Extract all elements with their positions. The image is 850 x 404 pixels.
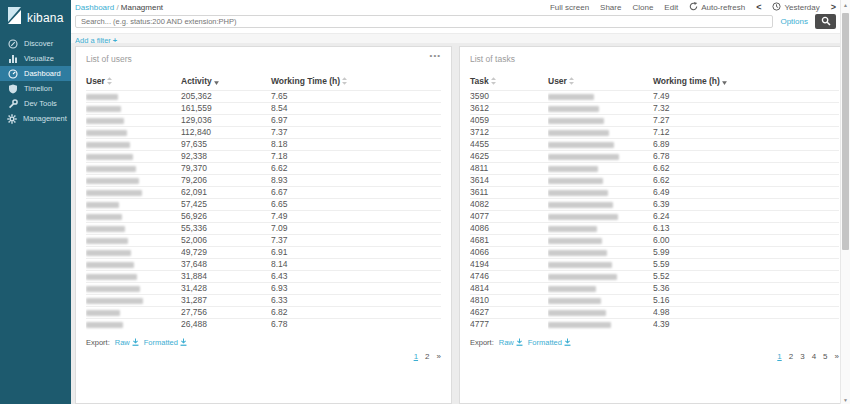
scroll-up-icon[interactable]: ▲ <box>841 0 850 9</box>
redacted-user-cell <box>548 162 653 174</box>
task-cell: 4811 <box>470 162 548 174</box>
time-next-button[interactable]: > <box>831 2 836 12</box>
task-cell: 3712 <box>470 126 548 138</box>
working_time-cell: 5.16 <box>653 294 839 306</box>
working_time-cell: 6.62 <box>271 162 441 174</box>
redacted-user-cell <box>86 174 181 186</box>
table-row: 46274.98 <box>470 306 839 318</box>
working_time-cell: 4.98 <box>653 306 839 318</box>
page-link-3[interactable]: 3 <box>800 352 804 361</box>
redacted-text <box>548 202 613 208</box>
page-next-link[interactable]: » <box>437 352 441 361</box>
clone-button[interactable]: Clone <box>632 3 653 12</box>
sidebar-item-dashboard[interactable]: Dashboard <box>0 66 71 81</box>
edit-button[interactable]: Edit <box>664 3 678 12</box>
table-row: 36127.32 <box>470 102 839 114</box>
table-row: 205,3627.65 <box>86 90 441 102</box>
scroll-down-icon[interactable]: ▼ <box>841 395 850 404</box>
sidebar-nav: DiscoverVisualizeDashboardTimelionDev To… <box>0 36 71 126</box>
sidebar: kibana DiscoverVisualizeDashboardTimelio… <box>0 0 71 404</box>
scrollbar-thumb[interactable] <box>842 13 849 250</box>
sidebar-item-visualize[interactable]: Visualize <box>0 51 71 66</box>
redacted-user-cell <box>86 102 181 114</box>
tasks-table-header: TaskUserWorking time (h) <box>470 76 839 90</box>
activity-cell: 31,428 <box>181 282 271 294</box>
activity-cell: 52,006 <box>181 234 271 246</box>
redacted-text <box>548 178 603 184</box>
activity-cell: 161,559 <box>181 102 271 114</box>
page-link-2[interactable]: 2 <box>789 352 793 361</box>
working_time-cell: 4.39 <box>653 318 839 330</box>
sidebar-item-timelion[interactable]: Timelion <box>0 81 71 96</box>
working_time-cell: 6.39 <box>653 198 839 210</box>
sidebar-item-discover[interactable]: Discover <box>0 36 71 51</box>
working_time-cell: 6.24 <box>653 210 839 222</box>
breadcrumb-dashboard-link[interactable]: Dashboard <box>75 3 114 12</box>
task-cell: 4627 <box>470 306 548 318</box>
table-row: 37127.12 <box>470 126 839 138</box>
export-formatted-link[interactable]: Formatted <box>528 338 571 348</box>
table-row: 48105.16 <box>470 294 839 306</box>
working_time-cell: 8.54 <box>271 102 441 114</box>
page-next-link[interactable]: » <box>835 352 839 361</box>
column-header-task[interactable]: Task <box>470 76 548 90</box>
table-row: 46816.00 <box>470 234 839 246</box>
redacted-text <box>86 190 142 196</box>
redacted-user-cell <box>86 114 181 126</box>
redacted-user-cell <box>548 258 653 270</box>
export-raw-link[interactable]: Raw <box>499 338 523 348</box>
export-formatted-link[interactable]: Formatted <box>144 338 187 348</box>
page-link-5[interactable]: 5 <box>823 352 827 361</box>
working_time-cell: 7.27 <box>653 114 839 126</box>
column-header-working-time-h-[interactable]: Working Time (h) <box>271 76 441 90</box>
working_time-cell: 7.12 <box>653 126 839 138</box>
search-input[interactable] <box>75 15 773 28</box>
redacted-user-cell <box>548 138 653 150</box>
panel-options-icon[interactable]: ••• <box>430 54 441 58</box>
search-button[interactable] <box>815 14 836 29</box>
sidebar-item-label: Dev Tools <box>24 99 57 108</box>
redacted-user-cell <box>86 138 181 150</box>
options-link[interactable]: Options <box>780 17 808 26</box>
redacted-text <box>548 298 601 304</box>
table-row: 57,4256.65 <box>86 198 441 210</box>
sidebar-item-management[interactable]: Management <box>0 111 71 126</box>
sidebar-item-label: Timelion <box>24 84 52 93</box>
time-picker-button[interactable]: Yesterday <box>772 2 819 13</box>
working_time-cell: 6.97 <box>271 114 441 126</box>
column-header-user[interactable]: User <box>548 76 653 90</box>
page-link-2[interactable]: 2 <box>425 352 429 361</box>
page-link-4[interactable]: 4 <box>812 352 816 361</box>
page-link-1[interactable]: 1 <box>414 352 418 361</box>
sidebar-item-dev-tools[interactable]: Dev Tools <box>0 96 71 111</box>
task-cell: 4086 <box>470 222 548 234</box>
column-header-activity[interactable]: Activity <box>181 76 271 90</box>
page-scrollbar[interactable]: ▲ ▼ <box>840 0 850 404</box>
activity-cell: 57,425 <box>181 198 271 210</box>
working_time-cell: 5.36 <box>653 282 839 294</box>
redacted-user-cell <box>86 282 181 294</box>
activity-cell: 205,362 <box>181 90 271 102</box>
page-link-1[interactable]: 1 <box>777 352 781 361</box>
redacted-text <box>86 286 140 292</box>
redacted-user-cell <box>548 282 653 294</box>
column-header-working-time-h-[interactable]: Working time (h) <box>653 76 839 90</box>
activity-cell: 49,729 <box>181 246 271 258</box>
export-raw-link[interactable]: Raw <box>115 338 139 348</box>
redacted-user-cell <box>548 90 653 102</box>
redacted-user-cell <box>86 246 181 258</box>
auto-refresh-button[interactable]: Auto-refresh <box>689 2 745 13</box>
full-screen-button[interactable]: Full screen <box>550 3 589 12</box>
redacted-text <box>548 310 606 316</box>
share-button[interactable]: Share <box>600 3 621 12</box>
download-icon <box>180 338 187 348</box>
redacted-user-cell <box>548 174 653 186</box>
dashboard-grid: List of users ••• UserActivityWorking Ti… <box>71 43 850 404</box>
time-prev-button[interactable]: < <box>756 2 761 12</box>
panel-list-of-users: List of users ••• UserActivityWorking Ti… <box>75 46 452 404</box>
activity-cell: 31,884 <box>181 270 271 282</box>
task-cell: 4681 <box>470 234 548 246</box>
kibana-logo[interactable]: kibana <box>0 0 71 36</box>
column-header-user[interactable]: User <box>86 76 181 90</box>
redacted-user-cell <box>86 306 181 318</box>
